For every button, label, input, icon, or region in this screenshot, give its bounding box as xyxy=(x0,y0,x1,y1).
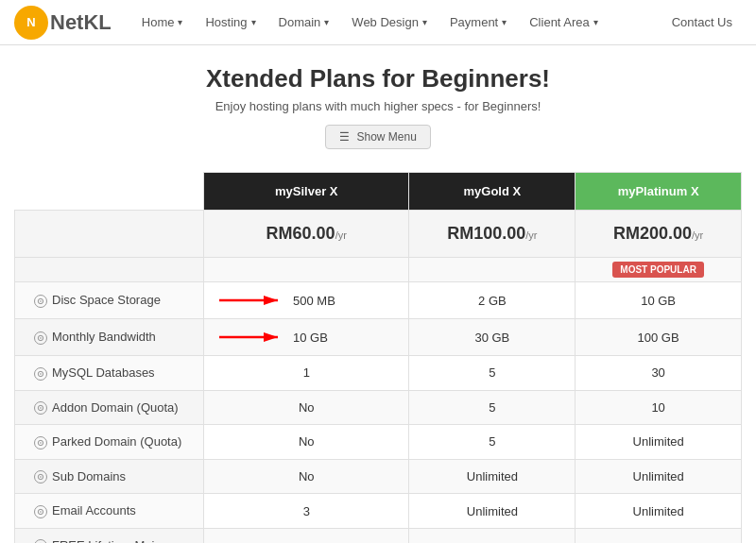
feature-row: ⊙Parked Domain (Quota)No5Unlimited xyxy=(15,425,742,460)
price-gold: RM100.00/yr xyxy=(409,211,576,258)
nav-contact-us[interactable]: Contact Us xyxy=(662,15,742,29)
most-popular-cell: MOST POPULAR xyxy=(576,258,742,282)
feature-row: ⊙Monthly Bandwidth 10 GB 30 GB100 GB xyxy=(15,319,742,356)
feature-row: ⊙Disc Space Storage 500 MB 2 GB10 GB xyxy=(15,282,742,319)
nav-item-hosting[interactable]: Hosting ▾ xyxy=(194,0,266,45)
feature-value-silver: 10 GB xyxy=(204,319,409,356)
feature-label: ⊙FREE Lifetime Main Domain xyxy=(15,528,204,543)
price-row: RM60.00/yr RM100.00/yr RM200.00/yr xyxy=(15,211,742,258)
info-icon: ⊙ xyxy=(34,295,47,308)
nav-items: Home ▾ Hosting ▾ Domain ▾ Web Design ▾ P… xyxy=(130,0,742,45)
info-icon: ⊙ xyxy=(34,367,47,381)
main-content: Xtended Plans for Beginners! Enjoy hosti… xyxy=(0,45,756,543)
most-popular-empty1 xyxy=(15,258,204,282)
feature-label: ⊙MySQL Databases xyxy=(15,356,204,391)
logo-letter: N xyxy=(26,15,35,29)
plan-gold-header: myGold X xyxy=(409,173,576,211)
brand-logo[interactable]: N NetKL xyxy=(14,6,112,40)
feature-value-platinum: Unlimited xyxy=(576,459,742,494)
feature-value-gold: 5 xyxy=(409,356,576,391)
feature-value-silver: 1 xyxy=(204,528,409,543)
feature-value-platinum: Unlimited xyxy=(576,494,742,529)
info-icon: ⊙ xyxy=(34,436,47,450)
info-icon: ⊙ xyxy=(34,470,47,484)
price-platinum: RM200.00/yr xyxy=(576,211,742,258)
brand-name-part2: KL xyxy=(83,10,111,34)
page-title: Xtended Plans for Beginners! xyxy=(14,64,742,93)
info-icon: ⊙ xyxy=(34,331,47,345)
most-popular-empty3 xyxy=(409,258,576,282)
pricing-table: mySilver X myGold X myPlatinum X RM60.00… xyxy=(14,172,742,543)
feature-label: ⊙Monthly Bandwidth xyxy=(15,319,204,356)
chevron-down-icon: ▾ xyxy=(324,17,329,27)
most-popular-empty2 xyxy=(204,258,409,282)
feature-value-platinum: 10 GB xyxy=(576,282,742,319)
info-icon: ⊙ xyxy=(34,505,47,518)
red-arrow-icon xyxy=(217,292,293,309)
chevron-down-icon: ▾ xyxy=(422,17,427,27)
show-menu-button[interactable]: ☰ Show Menu xyxy=(325,125,431,149)
nav-item-home[interactable]: Home ▾ xyxy=(130,0,195,45)
feature-value-platinum: 1 xyxy=(576,528,742,543)
navbar: N NetKL Home ▾ Hosting ▾ Domain ▾ Web De… xyxy=(0,0,756,45)
feature-label: ⊙Addon Domain (Quota) xyxy=(15,390,204,425)
feature-label: ⊙Sub Domains xyxy=(15,459,204,494)
feature-label: ⊙Email Accounts xyxy=(15,494,204,529)
feature-value-gold: 30 GB xyxy=(409,319,576,356)
nav-item-domain[interactable]: Domain ▾ xyxy=(267,0,341,45)
feature-value-platinum: 30 xyxy=(576,356,742,391)
feature-value-platinum: 100 GB xyxy=(576,319,742,356)
price-label-empty xyxy=(15,211,204,258)
chevron-down-icon: ▾ xyxy=(593,17,598,27)
feature-value-silver: No xyxy=(204,459,409,494)
feature-row: ⊙Email Accounts3UnlimitedUnlimited xyxy=(15,494,742,529)
plan-platinum-header: myPlatinum X xyxy=(576,173,742,211)
feature-row: ⊙Addon Domain (Quota)No510 xyxy=(15,390,742,425)
info-icon: ⊙ xyxy=(34,539,47,543)
chevron-down-icon: ▾ xyxy=(178,17,182,27)
feature-row: ⊙Sub DomainsNoUnlimitedUnlimited xyxy=(15,459,742,494)
feature-row: ⊙FREE Lifetime Main Domain111 xyxy=(15,528,742,543)
feature-value-platinum: 10 xyxy=(576,390,742,425)
feature-value-gold: Unlimited xyxy=(409,494,576,529)
plan-silver-header: mySilver X xyxy=(204,173,409,211)
feature-label: ⊙Parked Domain (Quota) xyxy=(15,425,204,460)
feature-value-silver: 1 xyxy=(204,356,409,391)
feature-row: ⊙MySQL Databases1530 xyxy=(15,356,742,391)
feature-label: ⊙Disc Space Storage xyxy=(15,282,204,319)
chevron-down-icon: ▾ xyxy=(251,17,256,27)
menu-icon: ☰ xyxy=(339,130,350,144)
feature-value-silver: No xyxy=(204,390,409,425)
most-popular-badge: MOST POPULAR xyxy=(612,262,704,278)
price-silver: RM60.00/yr xyxy=(204,211,409,258)
most-popular-row: MOST POPULAR xyxy=(15,258,742,282)
brand-name: NetKL xyxy=(50,10,112,35)
feature-value-silver: 3 xyxy=(204,494,409,529)
plan-header-row: mySilver X myGold X myPlatinum X xyxy=(15,173,742,211)
feature-value-silver: No xyxy=(204,425,409,460)
info-icon: ⊙ xyxy=(34,401,47,415)
brand-name-part1: Net xyxy=(50,10,83,34)
page-subtitle: Enjoy hosting plans with much higher spe… xyxy=(14,99,742,113)
feature-value-gold: 5 xyxy=(409,390,576,425)
feature-value-gold: 2 GB xyxy=(409,282,576,319)
logo-icon: N xyxy=(14,6,48,40)
red-arrow-icon xyxy=(217,329,293,346)
feature-value-gold: 5 xyxy=(409,425,576,460)
feature-value-platinum: Unlimited xyxy=(576,425,742,460)
nav-item-payment[interactable]: Payment ▾ xyxy=(438,0,518,45)
feature-value-gold: 1 xyxy=(409,528,576,543)
chevron-down-icon: ▾ xyxy=(502,17,507,27)
feature-value-gold: Unlimited xyxy=(409,459,576,494)
feature-value-silver: 500 MB xyxy=(204,282,409,319)
nav-item-clientarea[interactable]: Client Area ▾ xyxy=(518,0,610,45)
feature-column-header xyxy=(15,173,204,211)
nav-item-webdesign[interactable]: Web Design ▾ xyxy=(340,0,438,45)
